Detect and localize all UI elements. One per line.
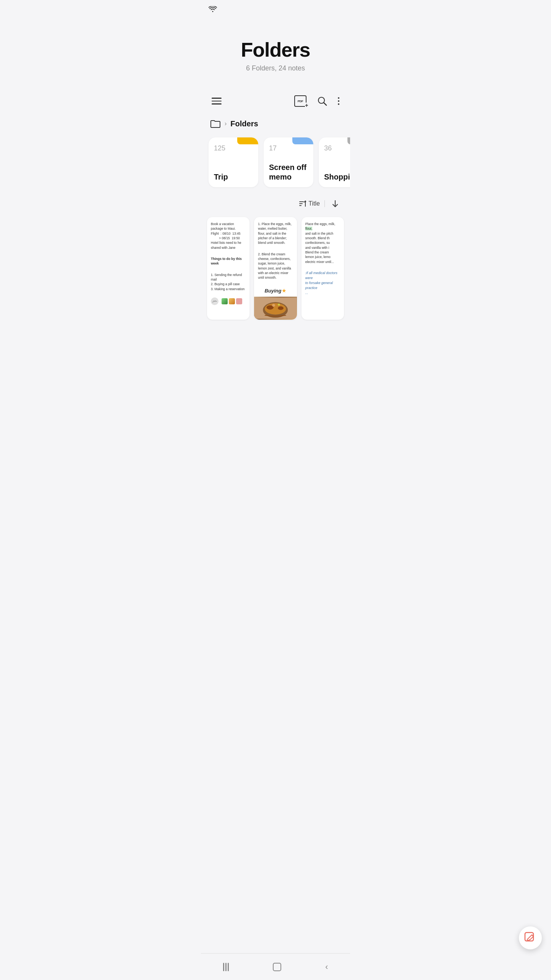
menu-nav-button[interactable] xyxy=(214,960,238,974)
folder-card-shopping[interactable]: 36 Shopping xyxy=(319,137,350,187)
pdf-icon: PDF + xyxy=(294,95,306,107)
page-title: Folders xyxy=(209,38,342,61)
more-icon xyxy=(338,97,339,105)
note-2-text: 1. Place the eggs, milk, water, melted b… xyxy=(258,222,293,245)
folder-name-shopping: Shopping xyxy=(324,172,350,182)
note-1-text: Book a vacation package to Maui. Flight … xyxy=(211,222,246,250)
note-3-text: Place the eggs, milk, flour, and salt in… xyxy=(305,222,340,264)
svg-point-11 xyxy=(278,307,284,310)
folder-card-screen-off-memo[interactable]: 17 Screen off memo xyxy=(264,137,313,187)
signature-icon xyxy=(212,299,217,303)
wifi-icon xyxy=(209,6,217,14)
note-1-thumbnails xyxy=(222,298,242,304)
folder-name-screen-off-memo: Screen off memo xyxy=(269,163,308,182)
sort-direction-button[interactable] xyxy=(329,198,341,209)
breadcrumb-chevron-icon: › xyxy=(225,120,227,127)
star-icon: ★ xyxy=(282,287,287,294)
breadcrumb-label: Folders xyxy=(230,119,258,128)
toolbar-left xyxy=(210,96,223,106)
folder-tab-shopping xyxy=(347,137,350,144)
pdf-button[interactable]: PDF + xyxy=(293,94,308,108)
folder-count-shopping: 36 xyxy=(324,144,350,152)
folders-grid: 125 Trip 17 Screen off memo 36 Shopping … xyxy=(201,134,350,196)
folder-count-trip: 125 xyxy=(214,144,253,152)
breadcrumb: › Folders xyxy=(201,114,350,134)
note-1-todo: Things to do by this week xyxy=(211,256,246,266)
notes-grid: Book a vacation package to Maui. Flight … xyxy=(201,214,350,366)
svg-line-1 xyxy=(324,103,326,105)
header-section: Folders 6 Folders, 24 notes xyxy=(201,15,350,88)
sort-icon xyxy=(298,200,306,207)
note-card-2[interactable]: 1. Place the eggs, milk, water, melted b… xyxy=(254,217,297,320)
folder-card-trip[interactable]: 125 Trip xyxy=(209,137,258,187)
toolbar-right: PDF + xyxy=(293,94,341,108)
note-3-cursive: :if all medical doctors were to forsake … xyxy=(305,271,340,296)
folder-icon xyxy=(210,119,221,128)
menu-button[interactable] xyxy=(210,96,223,106)
svg-point-13 xyxy=(278,304,280,306)
sort-divider xyxy=(324,200,325,207)
sort-title-button[interactable]: Title xyxy=(298,200,320,207)
folder-name-trip: Trip xyxy=(214,172,253,182)
menu-nav-icon xyxy=(223,963,229,971)
pdf-plus-icon: + xyxy=(305,103,308,108)
folder-tab-screen-off-memo xyxy=(292,137,313,144)
bottom-nav: ‹ xyxy=(201,953,350,980)
note-2-buying-label: Buying ★ xyxy=(254,286,297,297)
toolbar: PDF + xyxy=(201,88,350,114)
search-icon xyxy=(317,96,327,106)
folder-tab-trip xyxy=(237,137,258,144)
svg-point-12 xyxy=(272,304,275,307)
folder-count-screen-off-memo: 17 xyxy=(269,144,308,152)
sort-label: Title xyxy=(308,200,320,207)
search-button[interactable] xyxy=(316,95,329,108)
note-card-3[interactable]: Place the eggs, milk, flour, and salt in… xyxy=(302,217,344,320)
note-2-food-image xyxy=(254,297,297,320)
page-subtitle: 6 Folders, 24 notes xyxy=(209,64,342,72)
back-nav-button[interactable]: ‹ xyxy=(316,959,337,975)
more-options-button[interactable] xyxy=(336,96,341,106)
back-nav-icon: ‹ xyxy=(325,962,328,972)
hamburger-icon xyxy=(212,98,222,105)
sort-bar: Title xyxy=(201,196,350,214)
status-bar xyxy=(201,0,350,15)
note-card-1[interactable]: Book a vacation package to Maui. Flight … xyxy=(207,217,249,320)
home-nav-icon xyxy=(273,963,281,971)
sort-arrow-icon xyxy=(331,199,339,208)
home-nav-button[interactable] xyxy=(264,960,290,974)
